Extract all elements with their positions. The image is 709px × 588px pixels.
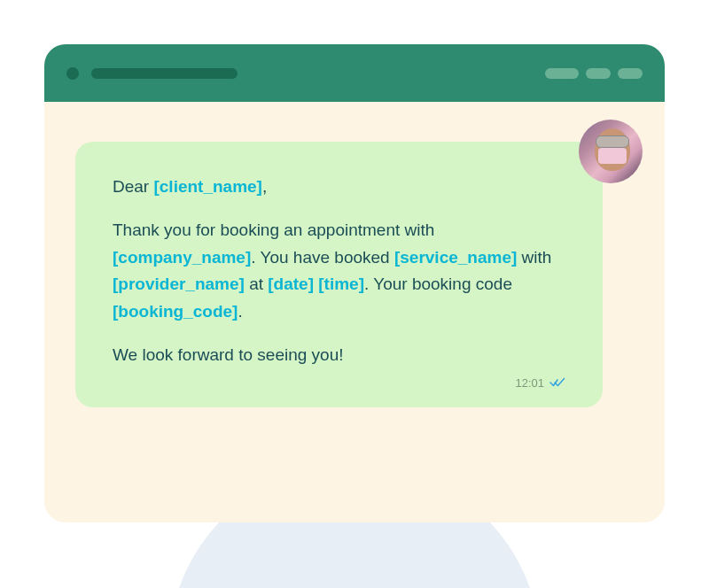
placeholder-provider-name: [provider_name]: [113, 275, 245, 293]
titlebar-title-placeholder: [91, 68, 238, 79]
message-timestamp: 12:01: [515, 376, 544, 390]
placeholder-client-name: [client_name]: [153, 177, 261, 196]
greeting-suffix: ,: [262, 177, 267, 196]
titlebar-dot: [66, 67, 79, 80]
body-text: Thank you for booking an appointment wit…: [113, 220, 434, 239]
body-text: at: [245, 275, 268, 293]
greeting-line: Dear [client_name],: [113, 174, 565, 201]
placeholder-date: [date]: [268, 275, 314, 293]
greeting-prefix: Dear: [113, 177, 153, 196]
placeholder-booking-code: [booking_code]: [113, 302, 238, 321]
double-check-icon: [549, 377, 565, 388]
message-meta: 12:01: [113, 376, 565, 390]
body-text: . Your booking code: [364, 275, 512, 293]
body-text: .: [238, 302, 242, 321]
placeholder-time: [time]: [318, 275, 364, 293]
body-text: . You have booked: [251, 248, 394, 267]
avatar-image: [579, 120, 643, 183]
message-bubble: Dear [client_name], Thank you for bookin…: [75, 142, 603, 407]
titlebar-left-group: [66, 67, 238, 80]
placeholder-service-name: [service_name]: [394, 248, 517, 267]
titlebar-pill: [586, 68, 611, 79]
window-titlebar: [44, 44, 665, 102]
app-window: Dear [client_name], Thank you for bookin…: [44, 44, 665, 522]
message-area: Dear [client_name], Thank you for bookin…: [44, 102, 665, 434]
body-text: with: [517, 248, 551, 267]
titlebar-pill: [545, 68, 579, 79]
titlebar-pill: [618, 68, 643, 79]
avatar[interactable]: [579, 120, 643, 183]
body-line: Thank you for booking an appointment wit…: [113, 217, 565, 326]
closing-line: We look forward to seeing you!: [113, 342, 565, 369]
placeholder-company-name: [company_name]: [113, 248, 251, 267]
titlebar-right-group: [545, 68, 643, 79]
